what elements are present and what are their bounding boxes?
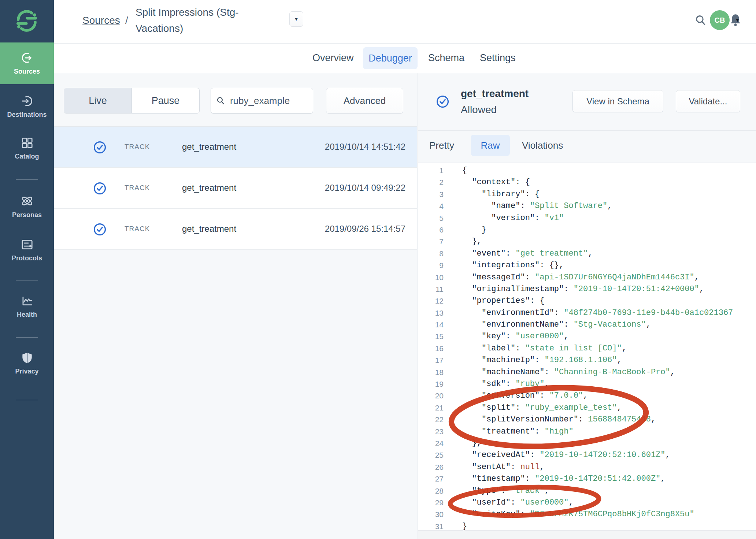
breadcrumb-sources-link[interactable]: Sources bbox=[82, 15, 120, 26]
event-row[interactable]: TRACK get_treatment 2019/10/14 14:51:42 bbox=[54, 127, 417, 168]
code-line: 21 "split": "ruby_example_test", bbox=[418, 402, 756, 414]
chevron-down-icon: ▾ bbox=[295, 16, 298, 22]
avatar[interactable]: CB bbox=[710, 10, 730, 30]
sidebar-item-protocols[interactable]: Protocols bbox=[0, 238, 54, 262]
line-number: 7 bbox=[418, 236, 444, 248]
tab-raw[interactable]: Raw bbox=[471, 135, 510, 156]
code-line: 10 "messageId": "api-1SD7Ur6NGY6Q4jaNDhE… bbox=[418, 272, 756, 283]
tab-schema[interactable]: Schema bbox=[428, 52, 464, 64]
line-number: 31 bbox=[418, 521, 444, 530]
line-number: 24 bbox=[418, 438, 444, 449]
event-row[interactable]: TRACK get_treatment 2019/10/14 09:49:22 bbox=[54, 168, 417, 209]
event-timestamp: 2019/09/26 15:14:57 bbox=[325, 224, 405, 234]
code-line: 19 "sdk": "ruby", bbox=[418, 378, 756, 390]
line-number: 19 bbox=[418, 378, 444, 390]
line-number: 3 bbox=[418, 189, 444, 200]
pause-toggle-button[interactable]: Pause bbox=[132, 88, 199, 113]
tab-overview[interactable]: Overview bbox=[312, 52, 354, 64]
live-toggle-button[interactable]: Live bbox=[64, 88, 132, 113]
line-number: 25 bbox=[418, 449, 444, 461]
sidebar-item-sources[interactable]: Sources bbox=[0, 42, 54, 84]
catalog-icon bbox=[21, 136, 34, 149]
code-line: 20 "sdkVersion": "7.0.0", bbox=[418, 390, 756, 402]
sidebar-item-health[interactable]: Health bbox=[0, 294, 54, 319]
code-line: 14 "environmentName": "Stg-Vacations", bbox=[418, 319, 756, 331]
tab-bar: Overview Debugger Schema Settings bbox=[54, 44, 756, 73]
notifications-bell-icon[interactable] bbox=[729, 13, 742, 27]
sidebar-item-catalog[interactable]: Catalog bbox=[0, 136, 54, 160]
allowed-check-icon bbox=[93, 182, 107, 195]
top-bar: Sources / Split Impressions (Stg-Vacatio… bbox=[54, 0, 756, 44]
code-line: 24 }, bbox=[418, 438, 756, 449]
breadcrumb-separator: / bbox=[125, 15, 128, 26]
code-line: 25 "receivedAt": "2019-10-14T20:52:10.60… bbox=[418, 449, 756, 461]
line-number: 22 bbox=[418, 414, 444, 425]
code-line: 29 "userId": "user0000", bbox=[418, 497, 756, 509]
source-dropdown-button[interactable]: ▾ bbox=[289, 11, 303, 27]
line-number: 1 bbox=[418, 165, 444, 176]
code-line: 23 "treatment": "high" bbox=[418, 426, 756, 438]
sidebar-item-privacy[interactable]: Privacy bbox=[0, 351, 54, 375]
line-number: 16 bbox=[418, 343, 444, 354]
tab-debugger[interactable]: Debugger bbox=[363, 47, 418, 69]
sidebar-item-label: Catalog bbox=[0, 153, 54, 160]
detail-event-name: get_treatment bbox=[461, 88, 529, 100]
search-icon bbox=[216, 96, 225, 106]
code-line: 12 "properties": { bbox=[418, 295, 756, 307]
sidebar-item-destinations[interactable]: Destinations bbox=[0, 94, 54, 119]
event-name: get_treatment bbox=[182, 224, 236, 234]
event-search-input[interactable] bbox=[229, 95, 308, 107]
line-number: 23 bbox=[418, 426, 444, 438]
advanced-button[interactable]: Advanced bbox=[326, 88, 403, 114]
line-number: 15 bbox=[418, 331, 444, 342]
code-line: 8 "event": "get_treatment", bbox=[418, 248, 756, 260]
line-number: 28 bbox=[418, 485, 444, 497]
line-number: 2 bbox=[418, 176, 444, 188]
code-line: 18 "machineName": "Channing-B-MacBook-Pr… bbox=[418, 367, 756, 378]
code-line: 26 "sentAt": null, bbox=[418, 461, 756, 473]
code-line: 3 "library": { bbox=[418, 189, 756, 200]
allowed-check-icon bbox=[436, 95, 449, 108]
event-type: TRACK bbox=[125, 184, 150, 192]
line-number: 18 bbox=[418, 367, 444, 378]
personas-icon bbox=[20, 194, 34, 208]
search-icon[interactable] bbox=[694, 14, 707, 26]
line-number: 5 bbox=[418, 212, 444, 224]
destinations-icon bbox=[21, 94, 34, 108]
sidebar-item-label: Personas bbox=[0, 211, 54, 219]
line-number: 30 bbox=[418, 509, 444, 520]
line-number: 14 bbox=[418, 319, 444, 331]
line-number: 21 bbox=[418, 402, 444, 414]
code-line: 11 "originalTimestamp": "2019-10-14T20:5… bbox=[418, 283, 756, 295]
segment-logo-icon bbox=[15, 10, 38, 32]
line-number: 12 bbox=[418, 295, 444, 307]
line-number: 11 bbox=[418, 283, 444, 295]
detail-status: Allowed bbox=[461, 104, 497, 116]
line-number: 29 bbox=[418, 497, 444, 509]
line-number: 26 bbox=[418, 461, 444, 473]
line-number: 4 bbox=[418, 200, 444, 212]
tab-pretty[interactable]: Pretty bbox=[429, 140, 454, 151]
tab-violations[interactable]: Violations bbox=[522, 140, 563, 151]
raw-json-viewer[interactable]: 1{2 "context": {3 "library": {4 "name": … bbox=[418, 163, 756, 530]
event-timestamp: 2019/10/14 09:49:22 bbox=[325, 183, 405, 193]
sidebar-item-personas[interactable]: Personas bbox=[0, 194, 54, 219]
avatar-caret-icon[interactable]: ▾ bbox=[736, 16, 739, 24]
code-line: 9 "integrations": {}, bbox=[418, 260, 756, 271]
segment-logo[interactable] bbox=[0, 0, 54, 42]
line-number: 27 bbox=[418, 473, 444, 485]
sidebar-item-label: Destinations bbox=[0, 111, 54, 119]
sidebar-divider bbox=[16, 400, 38, 400]
line-number: 8 bbox=[418, 248, 444, 260]
health-icon bbox=[21, 294, 34, 308]
code-line: 1{ bbox=[418, 165, 756, 176]
tab-settings[interactable]: Settings bbox=[480, 52, 516, 64]
validate-button[interactable]: Validate... bbox=[676, 90, 740, 112]
code-line: 2 "context": { bbox=[418, 176, 756, 188]
event-row[interactable]: TRACK get_treatment 2019/09/26 15:14:57 bbox=[54, 209, 417, 250]
line-number: 20 bbox=[418, 390, 444, 402]
code-line: 13 "environmentId": "48f274b0-7693-11e9-… bbox=[418, 307, 756, 319]
sidebar: Sources Destinations Cata bbox=[0, 0, 54, 539]
event-list: TRACK get_treatment 2019/10/14 14:51:42 … bbox=[54, 126, 417, 250]
view-in-schema-button[interactable]: View in Schema bbox=[572, 90, 663, 112]
